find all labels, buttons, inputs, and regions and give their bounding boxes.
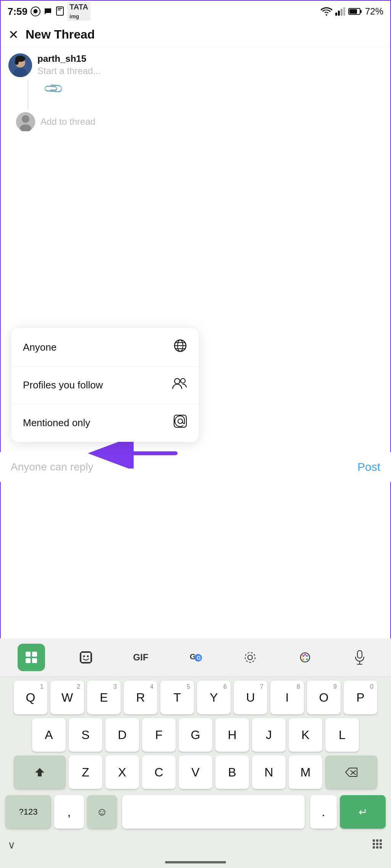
- shift-key[interactable]: [14, 755, 66, 789]
- globe-icon: [173, 339, 187, 356]
- key-a[interactable]: A: [32, 718, 66, 752]
- translate-icon-button[interactable]: G G: [182, 644, 209, 671]
- kb-row-1: Q1 W2 E3 R4 T5 Y6 U7 I8 O9 P0: [2, 681, 389, 714]
- emoji-icon-button[interactable]: [72, 644, 100, 671]
- svg-point-24: [174, 378, 180, 384]
- add-thread-label[interactable]: Add to thread: [40, 116, 95, 127]
- add-thread-row: Add to thread: [8, 112, 383, 131]
- svg-rect-33: [80, 652, 92, 662]
- svg-point-36: [87, 655, 89, 657]
- wifi-icon: [321, 7, 332, 16]
- footer-row: Anyone can reply Post: [0, 452, 391, 482]
- attachment-area[interactable]: 📎: [45, 81, 61, 110]
- key-q[interactable]: Q1: [14, 681, 47, 714]
- mic-icon-button[interactable]: [346, 644, 373, 671]
- key-h[interactable]: H: [215, 718, 249, 752]
- key-i[interactable]: I8: [270, 681, 304, 714]
- space-key[interactable]: [122, 795, 305, 829]
- kb-row-2: A S D F G H J K L: [2, 718, 389, 752]
- grid-icon-button[interactable]: [18, 644, 45, 671]
- key-j[interactable]: J: [252, 718, 286, 752]
- key-g[interactable]: G: [179, 718, 212, 752]
- anyone-label: Anyone: [23, 341, 57, 353]
- palette-icon-button[interactable]: [291, 644, 319, 671]
- key-z[interactable]: Z: [69, 755, 102, 789]
- keyboard-toolbar: GIF G G: [0, 638, 391, 677]
- svg-rect-2: [58, 8, 62, 9]
- reply-option-mentioned[interactable]: Mentioned only: [11, 404, 199, 442]
- pointing-arrow: [84, 438, 179, 469]
- gif-button[interactable]: GIF: [127, 644, 155, 671]
- key-r[interactable]: R4: [124, 681, 157, 714]
- page-title: New Thread: [26, 27, 95, 42]
- keyboard-down-icon[interactable]: ∨: [8, 839, 16, 851]
- key-w[interactable]: W2: [50, 681, 84, 714]
- svg-rect-60: [376, 846, 378, 849]
- key-u[interactable]: U7: [234, 681, 267, 714]
- num-key[interactable]: ?123: [5, 795, 51, 829]
- reply-option-follow[interactable]: Profiles you follow: [11, 367, 199, 404]
- key-s[interactable]: S: [69, 718, 102, 752]
- svg-rect-61: [380, 846, 382, 849]
- key-x[interactable]: X: [105, 755, 139, 789]
- svg-point-46: [306, 659, 308, 660]
- key-d[interactable]: D: [105, 718, 139, 752]
- svg-rect-56: [373, 843, 375, 845]
- key-k[interactable]: K: [289, 718, 322, 752]
- bookmark-icon: [56, 6, 64, 16]
- key-v[interactable]: V: [179, 755, 212, 789]
- key-f[interactable]: F: [142, 718, 176, 752]
- svg-rect-54: [376, 839, 378, 842]
- key-l[interactable]: L: [325, 718, 359, 752]
- svg-rect-53: [373, 839, 375, 842]
- enter-key[interactable]: ↵: [340, 795, 386, 829]
- svg-rect-32: [32, 658, 37, 663]
- thread-line-area: 📎: [8, 79, 383, 110]
- key-c[interactable]: C: [142, 755, 176, 789]
- svg-rect-5: [338, 11, 340, 16]
- paperclip-icon[interactable]: 📎: [42, 77, 64, 100]
- key-m[interactable]: M: [289, 755, 322, 789]
- bottom-nav: ∨: [0, 834, 391, 859]
- compose-content: parth_sh15 Start a thread...: [37, 53, 383, 79]
- svg-rect-59: [373, 846, 375, 849]
- svg-rect-57: [376, 843, 378, 845]
- emoji-face-key[interactable]: ☺: [87, 795, 117, 829]
- key-t[interactable]: T5: [160, 681, 194, 714]
- svg-rect-48: [357, 651, 362, 658]
- thread-line-col: [16, 79, 40, 110]
- key-y[interactable]: Y6: [197, 681, 231, 714]
- close-button[interactable]: ✕: [8, 29, 19, 41]
- key-n[interactable]: N: [252, 755, 286, 789]
- battery-percent: 72%: [365, 6, 383, 17]
- key-e[interactable]: E3: [87, 681, 121, 714]
- reply-options-popup: Anyone Profiles you follow Mentioned onl…: [11, 328, 199, 442]
- svg-rect-9: [349, 9, 357, 14]
- secondary-avatar: [16, 112, 35, 131]
- home-bar-area: [0, 859, 391, 868]
- svg-point-35: [83, 655, 85, 657]
- svg-point-43: [302, 655, 304, 657]
- svg-point-40: [248, 655, 252, 660]
- key-o[interactable]: O9: [307, 681, 341, 714]
- signal-icon: [335, 7, 345, 16]
- key-p[interactable]: P0: [344, 681, 377, 714]
- home-indicator: [165, 861, 226, 863]
- compose-row: parth_sh15 Start a thread...: [8, 53, 383, 79]
- status-bar: 7:59 TATAimg: [1, 1, 390, 21]
- period-key[interactable]: .: [310, 795, 337, 829]
- svg-rect-6: [341, 9, 343, 16]
- svg-point-41: [245, 652, 255, 662]
- compose-input[interactable]: Start a thread...: [37, 66, 383, 79]
- people-icon: [172, 377, 187, 393]
- settings-icon-button[interactable]: [236, 644, 264, 671]
- nav-grid-icon[interactable]: [373, 839, 383, 851]
- at-icon: [173, 414, 187, 431]
- kb-row-4: ?123 , ☺ . ↵: [2, 793, 389, 832]
- reply-option-anyone[interactable]: Anyone: [11, 328, 199, 367]
- svg-point-47: [304, 654, 306, 656]
- key-b[interactable]: B: [215, 755, 249, 789]
- backspace-key[interactable]: [325, 755, 377, 789]
- post-button[interactable]: Post: [357, 461, 380, 473]
- comma-key[interactable]: ,: [54, 795, 84, 829]
